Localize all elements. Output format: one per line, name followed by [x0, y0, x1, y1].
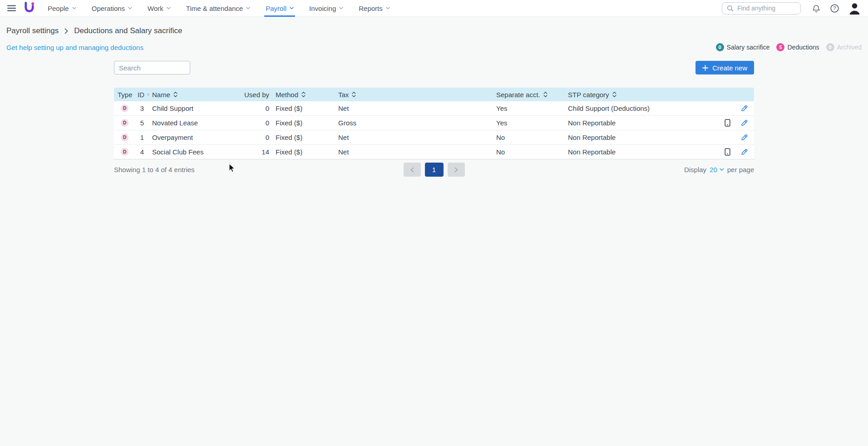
column-header-separate-acct[interactable]: Separate acct. — [494, 91, 564, 99]
main-nav: People Operations Work Time & attendance… — [48, 0, 390, 17]
deductions-table: Type ID Name Used by Method Tax — [114, 88, 754, 159]
column-label: Tax — [338, 91, 349, 99]
table-row-child-support[interactable]: D 3 Child Support 0 Fixed ($) Net Yes Ch… — [114, 101, 754, 116]
cell-name: Novated Lease — [149, 119, 243, 127]
nav-label: People — [48, 5, 69, 12]
column-header-type[interactable]: Type — [114, 91, 136, 99]
breadcrumb-payroll-settings[interactable]: Payroll settings — [6, 26, 59, 35]
plus-icon — [702, 65, 708, 71]
chevron-left-icon — [410, 167, 414, 173]
edit-icon[interactable] — [740, 134, 748, 141]
cell-method: Fixed ($) — [273, 148, 337, 156]
cell-id: 3 — [136, 104, 149, 112]
cell-id: 5 — [136, 119, 149, 127]
cell-stp-category: Non Reportable — [564, 134, 724, 141]
help-link[interactable]: Get help setting up and managing deducti… — [6, 44, 143, 51]
page-1-button[interactable]: 1 — [425, 163, 444, 177]
cell-used-by: 0 — [243, 104, 273, 112]
chevron-right-icon — [64, 28, 68, 34]
menu-icon[interactable] — [5, 0, 18, 17]
type-badge: D — [121, 134, 128, 141]
counter-salary-sacrifice: 0 Salary sacrifice — [716, 43, 770, 51]
cell-used-by: 14 — [243, 148, 273, 156]
help-icon[interactable]: ? — [830, 4, 839, 13]
column-label: Name — [152, 91, 170, 99]
nav-item-invoicing[interactable]: Invoicing — [309, 0, 343, 17]
column-label: STP category — [568, 91, 609, 99]
nav-label: Invoicing — [309, 5, 336, 12]
counters: 0 Salary sacrifice 5 Deductions 0 Archiv… — [716, 43, 862, 51]
mobile-icon — [725, 119, 730, 127]
edit-icon[interactable] — [740, 119, 748, 127]
sort-icon — [543, 91, 548, 98]
previous-page-button[interactable] — [404, 163, 421, 177]
bell-icon[interactable] — [812, 4, 821, 13]
cell-name: Social Club Fees — [149, 148, 243, 156]
global-search-input[interactable] — [737, 5, 792, 12]
column-header-stp-category[interactable]: STP category — [564, 91, 724, 99]
cell-name: Child Support — [149, 104, 243, 112]
count-badge: 0 — [826, 43, 834, 51]
global-search[interactable] — [722, 2, 801, 15]
create-new-button[interactable]: Create new — [695, 61, 754, 74]
mobile-icon — [725, 148, 730, 156]
cell-id: 4 — [136, 148, 149, 156]
search-input[interactable] — [114, 61, 190, 74]
table-row-overpayment[interactable]: D 1 Overpayment 0 Fixed ($) Net No Non R… — [114, 130, 754, 145]
nav-label: Reports — [359, 5, 383, 12]
cell-separate-acct: No — [494, 148, 564, 156]
per-page-value: 20 — [710, 166, 717, 173]
cell-tax: Net — [337, 134, 494, 141]
sort-icon — [173, 91, 178, 98]
type-badge: D — [121, 104, 128, 112]
cell-used-by: 0 — [243, 134, 273, 141]
avatar[interactable] — [848, 2, 861, 15]
nav-item-reports[interactable]: Reports — [359, 0, 390, 17]
column-label: Type — [118, 91, 133, 99]
page-title: Deductions and Salary sacrifice — [74, 26, 182, 35]
display-label: Display — [684, 166, 706, 173]
nav-item-people[interactable]: People — [48, 0, 76, 17]
next-page-button[interactable] — [448, 163, 465, 177]
sort-icon — [351, 91, 356, 98]
cell-separate-acct: Yes — [494, 104, 564, 112]
search-icon — [727, 5, 734, 12]
cell-id: 1 — [136, 134, 149, 141]
per-page-select[interactable]: 20 — [710, 166, 724, 173]
column-header-tax[interactable]: Tax — [337, 91, 494, 99]
table-row-social-club-fees[interactable]: D 4 Social Club Fees 14 Fixed ($) Net No… — [114, 145, 754, 159]
cell-tax: Gross — [337, 119, 494, 127]
chevron-down-icon — [290, 7, 294, 10]
column-label: Method — [276, 91, 298, 99]
edit-icon[interactable] — [740, 148, 748, 156]
per-page-control: Display 20 per page — [684, 166, 754, 173]
top-navbar: People Operations Work Time & attendance… — [0, 0, 868, 17]
column-header-id[interactable]: ID — [136, 91, 149, 99]
nav-label: Payroll — [266, 5, 286, 12]
nav-item-work[interactable]: Work — [148, 0, 171, 17]
chevron-down-icon — [72, 7, 76, 10]
chevron-down-icon — [720, 168, 724, 171]
chevron-down-icon — [246, 7, 250, 10]
table-row-novated-lease[interactable]: D 5 Novated Lease 0 Fixed ($) Gross Yes … — [114, 116, 754, 130]
brand-logo[interactable] — [24, 2, 35, 15]
column-label: Separate acct. — [496, 91, 540, 99]
chevron-down-icon — [167, 7, 171, 10]
edit-icon[interactable] — [740, 104, 748, 112]
sort-icon — [301, 91, 306, 98]
nav-label: Work — [148, 5, 163, 12]
cell-stp-category: Non Reportable — [564, 119, 724, 127]
column-header-method[interactable]: Method — [273, 91, 337, 99]
counter-label: Deductions — [787, 44, 819, 51]
counter-label: Archived — [837, 44, 862, 51]
nav-label: Operations — [92, 5, 125, 12]
nav-item-time-attendance[interactable]: Time & attendance — [186, 0, 250, 17]
chevron-down-icon — [128, 7, 132, 10]
per-page-suffix: per page — [727, 166, 754, 173]
cell-method: Fixed ($) — [273, 119, 337, 127]
counter-deductions: 5 Deductions — [776, 43, 819, 51]
nav-item-payroll[interactable]: Payroll — [266, 0, 294, 17]
column-label: ID — [138, 91, 144, 99]
column-header-name[interactable]: Name — [149, 91, 243, 99]
nav-item-operations[interactable]: Operations — [92, 0, 132, 17]
